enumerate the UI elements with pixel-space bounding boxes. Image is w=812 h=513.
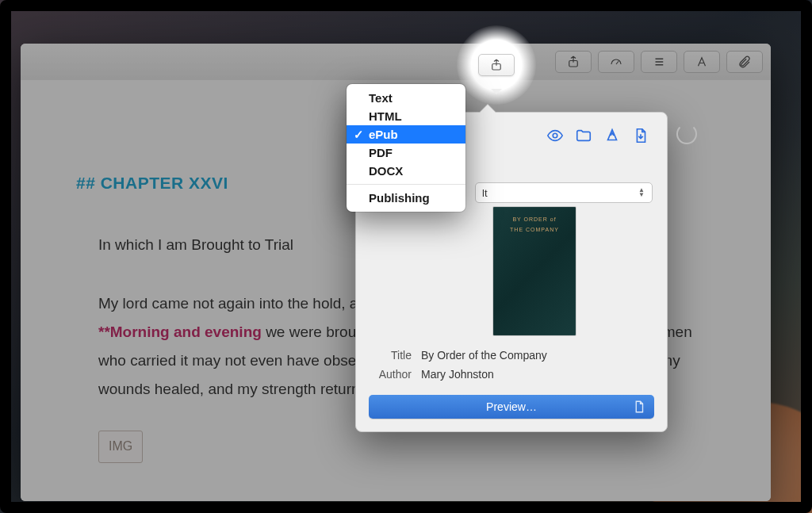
author-label: Author — [373, 368, 412, 381]
title-label: Title — [373, 349, 412, 362]
updown-icon: ▲▼ — [638, 187, 645, 198]
menu-item-text[interactable]: Text — [347, 89, 465, 107]
share-icon — [489, 58, 504, 72]
eye-icon — [546, 127, 564, 144]
menu-item-docx[interactable]: DOCX — [347, 162, 465, 180]
desktop-background: ## CHAPTER XXVI In which I am Brought to… — [0, 0, 812, 513]
style-value-tail: lt — [482, 187, 488, 199]
export-format-menu: Text HTML ePub PDF DOCX Publishing — [347, 84, 465, 212]
style-select-visible[interactable]: lt ▲▼ — [475, 182, 653, 203]
window-toolbar — [21, 44, 771, 81]
gauge-button[interactable] — [598, 51, 634, 73]
export-icon — [632, 127, 649, 144]
preview-button-label: Preview… — [486, 400, 537, 413]
document-icon — [632, 400, 646, 414]
svg-point-5 — [553, 133, 557, 138]
send-to-app-button[interactable] — [603, 127, 621, 144]
author-row: Author Mary Johnston — [369, 365, 654, 384]
font-icon — [695, 55, 709, 69]
loading-spinner — [676, 124, 697, 144]
list-icon — [652, 55, 666, 69]
cover-preview[interactable]: BY ORDER of THE COMPANY — [492, 206, 576, 336]
cover-text-1: BY ORDER of — [512, 216, 556, 222]
cover-text-2: THE COMPANY — [510, 227, 559, 232]
export-file-button[interactable] — [632, 127, 649, 144]
menu-item-publishing[interactable]: Publishing — [347, 189, 465, 207]
menu-item-html[interactable]: HTML — [347, 107, 465, 125]
menu-item-pdf[interactable]: PDF — [347, 144, 465, 162]
preview-button[interactable]: Preview… — [369, 395, 654, 419]
title-row: Title By Order of the Company — [369, 346, 654, 365]
title-value: By Order of the Company — [421, 349, 547, 362]
folder-icon — [575, 127, 592, 144]
font-button[interactable] — [684, 51, 720, 73]
image-placeholder-chip[interactable]: IMG — [98, 431, 143, 462]
list-button[interactable] — [641, 51, 677, 73]
attachment-button[interactable] — [726, 51, 763, 73]
share-icon — [566, 55, 580, 69]
share-button-highlighted[interactable] — [478, 54, 515, 76]
open-folder-button[interactable] — [575, 127, 592, 144]
gauge-icon — [609, 55, 623, 69]
author-value: Mary Johnston — [421, 368, 494, 381]
app-icon — [603, 127, 621, 144]
share-button[interactable] — [555, 51, 592, 73]
menu-item-epub[interactable]: ePub — [347, 125, 465, 144]
emphasized-text: **Morning and evening — [98, 323, 262, 340]
preview-eye-button[interactable] — [546, 127, 564, 144]
cover-row: Cover: BY ORDER of THE COMPANY — [369, 203, 654, 346]
attachment-icon — [737, 55, 752, 69]
menu-separator — [347, 184, 465, 185]
